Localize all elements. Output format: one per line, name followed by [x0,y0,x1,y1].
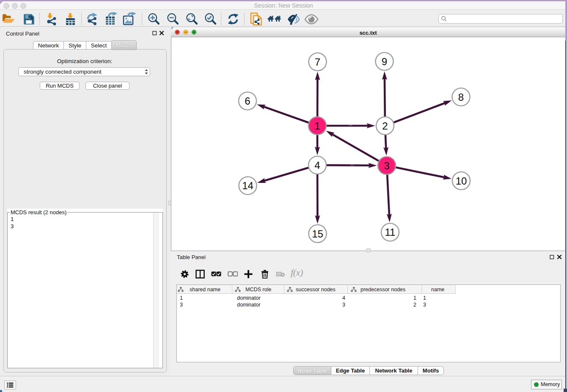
svg-text:11: 11 [385,226,396,238]
svg-text:1: 1 [314,120,320,132]
svg-text:8: 8 [458,91,464,103]
svg-text:9: 9 [382,56,387,67]
svg-text:6: 6 [245,95,250,107]
svg-text:3: 3 [384,160,389,171]
svg-text:15: 15 [312,228,323,240]
svg-text:14: 14 [242,180,253,191]
svg-text:4: 4 [314,160,320,171]
svg-text:2: 2 [382,120,388,132]
svg-text:10: 10 [456,175,467,187]
svg-text:7: 7 [315,56,320,68]
